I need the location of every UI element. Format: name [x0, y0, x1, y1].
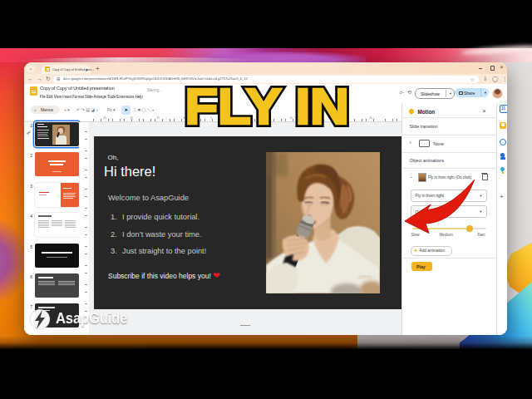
svg-text:FLY IN: FLY IN [185, 77, 349, 135]
